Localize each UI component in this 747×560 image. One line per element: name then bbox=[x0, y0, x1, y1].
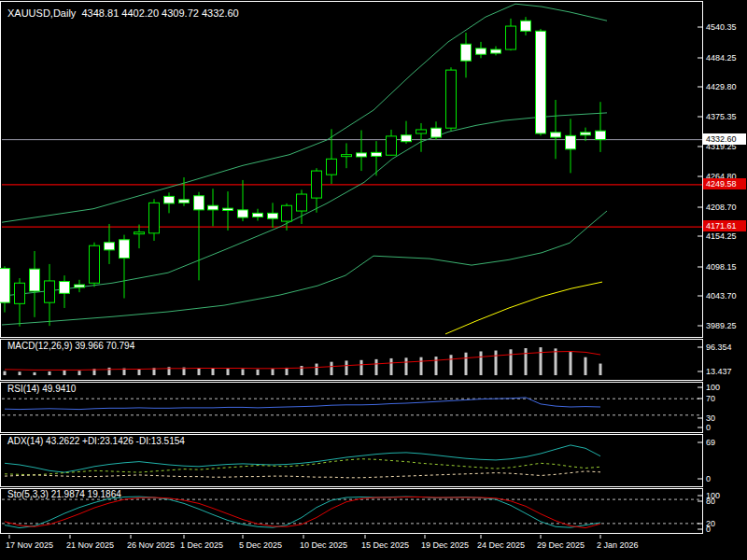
date-tick-label: 2 Jan 2026 bbox=[597, 540, 639, 550]
date-tick-label: 1 Dec 2025 bbox=[180, 540, 223, 550]
support-price-badge: 4171.61 bbox=[703, 220, 746, 231]
indicator-tick-label: 69 bbox=[706, 438, 715, 447]
price-tick-label: 4540.35 bbox=[706, 22, 737, 32]
indicator-tick-label: 0 bbox=[706, 525, 711, 534]
rsi-label: RSI(14) 49.9410 bbox=[7, 384, 76, 394]
date-tick-label: 5 Dec 2025 bbox=[239, 540, 282, 550]
price-tick-label: 3989.25 bbox=[706, 321, 737, 330]
date-tick-label: 17 Nov 2025 bbox=[6, 540, 53, 550]
date-tick-label: 19 Dec 2025 bbox=[421, 540, 469, 550]
indicator-tick-label: 70 bbox=[706, 394, 715, 403]
chart-title: XAUUSD,Daily 4348.81 4402.20 4309.72 433… bbox=[7, 7, 239, 19]
resistance-price-badge: 4249.58 bbox=[703, 178, 746, 189]
adx-label: ADX(14) 43.2622 +DI:23.1426 -DI:13.5154 bbox=[7, 436, 185, 446]
price-tick-label: 4098.15 bbox=[706, 262, 737, 272]
date-tick-label: 29 Dec 2025 bbox=[537, 540, 585, 550]
price-tick-label: 4375.35 bbox=[706, 112, 737, 121]
indicator-tick-label: 0 bbox=[706, 423, 711, 432]
macd-label: MACD(12,26,9) 39.966 70.794 bbox=[7, 341, 134, 351]
price-tick-label: 4043.70 bbox=[706, 291, 737, 301]
rsi-panel[interactable] bbox=[0, 382, 703, 433]
price-tick-label: 4208.70 bbox=[706, 203, 737, 212]
indicator-tick-label: 100 bbox=[706, 383, 720, 392]
main-price-panel[interactable] bbox=[0, 1, 703, 338]
date-tick-label: 24 Dec 2025 bbox=[477, 540, 525, 550]
current-price-badge: 4332.60 bbox=[703, 133, 746, 145]
indicator-tick-label: 96.354 bbox=[706, 343, 732, 352]
indicator-tick-label: 13.437 bbox=[706, 367, 732, 376]
price-tick-label: 4429.80 bbox=[706, 82, 737, 91]
trading-chart-window: XAUUSD,Daily 4348.81 4402.20 4309.72 433… bbox=[0, 0, 747, 560]
price-tick-label: 4154.25 bbox=[706, 231, 737, 241]
stochastic-label: Sto(5,3,3) 21.9874 19.1864 bbox=[7, 489, 121, 499]
date-tick-label: 21 Nov 2025 bbox=[66, 540, 114, 550]
date-tick-label: 10 Dec 2025 bbox=[300, 540, 347, 550]
indicator-tick-label: 0 bbox=[706, 474, 711, 483]
indicator-tick-label: 30 bbox=[706, 413, 715, 423]
indicator-tick-label: 80 bbox=[706, 497, 715, 506]
price-tick-label: 4484.25 bbox=[706, 53, 737, 63]
date-tick-label: 26 Nov 2025 bbox=[127, 540, 175, 550]
ohlc-readout: 4348.81 4402.20 4309.72 4332.60 bbox=[81, 7, 238, 19]
date-tick-label: 15 Dec 2025 bbox=[361, 540, 409, 550]
symbol-timeframe: XAUUSD,Daily bbox=[7, 7, 76, 19]
